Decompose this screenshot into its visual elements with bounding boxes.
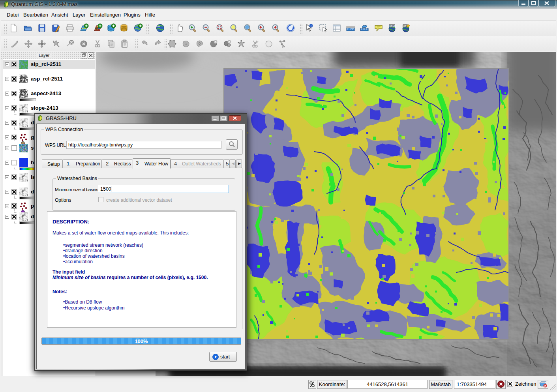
svg-text:HOME: HOME bbox=[389, 25, 396, 27]
svg-text:i: i bbox=[311, 24, 311, 28]
